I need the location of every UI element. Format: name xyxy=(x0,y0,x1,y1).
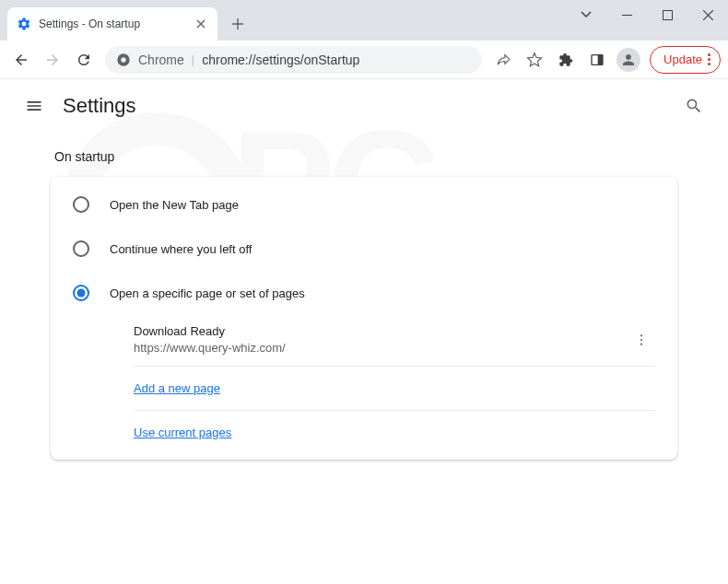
url-prefix: Chrome xyxy=(138,53,184,67)
radio-icon xyxy=(73,285,89,301)
svg-rect-4 xyxy=(622,15,632,16)
page-content: Settings On startup Open the New Tab pag… xyxy=(0,79,728,460)
svg-rect-9 xyxy=(598,54,603,64)
radio-icon xyxy=(73,196,89,213)
page-menu-button[interactable] xyxy=(628,326,655,354)
tab-title: Settings - On startup xyxy=(39,18,186,30)
close-tab-button[interactable] xyxy=(194,17,208,31)
maximize-button[interactable] xyxy=(647,0,687,29)
add-page-row: Add a new page xyxy=(51,367,677,410)
forward-button[interactable] xyxy=(39,46,66,74)
radio-continue[interactable]: Continue where you left off xyxy=(51,227,677,271)
svg-point-7 xyxy=(121,57,125,62)
content-header: Settings xyxy=(0,79,728,133)
reload-button[interactable] xyxy=(70,46,98,74)
svg-point-10 xyxy=(640,334,642,336)
radio-specific-pages[interactable]: Open a specific page or set of pages xyxy=(51,271,677,315)
search-button[interactable] xyxy=(676,88,711,123)
back-button[interactable] xyxy=(7,46,35,74)
radio-icon xyxy=(73,240,89,257)
use-current-link[interactable]: Use current pages xyxy=(134,426,231,439)
minimize-button[interactable] xyxy=(606,0,647,29)
window-titlebar: Settings - On startup xyxy=(0,0,728,41)
window-controls xyxy=(566,0,728,33)
add-page-link[interactable]: Add a new page xyxy=(134,381,220,395)
radio-new-tab[interactable]: Open the New Tab page xyxy=(51,182,677,227)
svg-rect-5 xyxy=(663,10,672,19)
new-tab-button[interactable] xyxy=(225,11,251,37)
side-panel-button[interactable] xyxy=(583,46,611,74)
chrome-icon xyxy=(116,53,131,67)
page-url: https://www.query-whiz.com/ xyxy=(134,341,628,355)
extensions-button[interactable] xyxy=(552,46,580,74)
update-button[interactable]: Update xyxy=(650,46,721,74)
page-name: Download Ready xyxy=(134,324,628,338)
settings-card: Open the New Tab page Continue where you… xyxy=(51,177,677,460)
svg-point-11 xyxy=(640,338,642,340)
browser-tab[interactable]: Settings - On startup xyxy=(7,7,217,41)
use-current-row: Use current pages xyxy=(51,411,677,454)
close-window-button[interactable] xyxy=(687,0,728,29)
share-button[interactable] xyxy=(489,46,517,74)
startup-section: On startup Open the New Tab page Continu… xyxy=(51,133,677,460)
address-bar[interactable]: Chrome | chrome://settings/onStartup xyxy=(105,46,482,74)
startup-page-item: Download Ready https://www.query-whiz.co… xyxy=(51,315,677,366)
bookmark-button[interactable] xyxy=(521,46,548,74)
tab-search-button[interactable] xyxy=(566,0,606,29)
browser-toolbar: Chrome | chrome://settings/onStartup Upd… xyxy=(0,41,728,79)
menu-button[interactable] xyxy=(17,88,52,123)
settings-icon xyxy=(17,17,31,31)
profile-button[interactable] xyxy=(616,48,640,72)
section-title: On startup xyxy=(51,149,677,177)
url-path: chrome://settings/onStartup xyxy=(202,53,359,67)
svg-point-12 xyxy=(640,343,642,345)
page-title: Settings xyxy=(63,94,676,118)
menu-icon xyxy=(708,53,710,65)
